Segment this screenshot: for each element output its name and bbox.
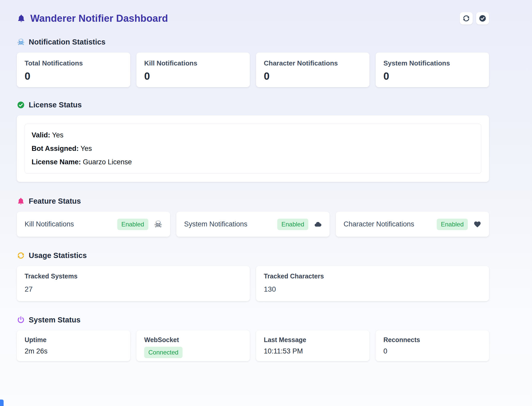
stat-card-total-notifications: Total Notifications 0 [17,53,130,87]
cloud-icon [314,220,322,228]
system-card-websocket: WebSocket Connected [136,330,250,361]
stat-label: System Notifications [383,59,481,67]
system-card-uptime: Uptime 2m 26s [17,330,130,361]
feature-status-cards: Kill Notifications Enabled ☠ System Noti… [17,212,489,237]
license-valid-row: Valid: Yes [32,131,474,139]
stat-label: Character Notifications [264,59,362,67]
system-card-last-message: Last Message 10:11:53 PM [256,330,369,361]
section-license-status-heading: License Status [17,101,489,109]
stat-value: 0 [25,70,122,82]
skull-crossbones-icon: ☠ [154,220,162,229]
feature-card-system-notifications: System Notifications Enabled [176,212,330,237]
status-badge: Enabled [117,219,148,230]
title-wrap: Wanderer Notifier Dashboard [17,13,168,24]
system-label: Last Message [264,336,362,344]
stat-value: 0 [383,70,481,82]
usage-statistics-cards: Tracked Systems 27 Tracked Characters 13… [17,266,489,301]
system-value: 2m 26s [25,347,122,355]
power-icon [17,316,25,324]
system-value: 10:11:53 PM [264,347,362,355]
system-label: Uptime [25,336,122,344]
stat-card-kill-notifications: Kill Notifications 0 [136,53,250,87]
section-title: Feature Status [29,197,81,205]
stat-card-system-notifications: System Notifications 0 [376,53,489,87]
usage-label: Tracked Systems [25,272,242,280]
usage-label: Tracked Characters [264,272,481,280]
system-value: 0 [383,347,481,355]
bottom-left-partial-button[interactable] [0,400,4,406]
usage-value: 27 [25,285,242,293]
feature-right: Enabled [437,219,481,230]
notification-statistics-cards: Total Notifications 0 Kill Notifications… [17,53,489,87]
status-check-button[interactable] [476,12,489,25]
license-field-value: Yes [81,145,92,152]
feature-label: Kill Notifications [25,220,74,228]
system-label: Reconnects [383,336,481,344]
feature-label: Character Notifications [344,220,414,228]
system-card-reconnects: Reconnects 0 [376,330,489,361]
system-status-cards: Uptime 2m 26s WebSocket Connected Last M… [17,330,489,361]
page-title: Wanderer Notifier Dashboard [30,13,168,24]
check-circle-icon [17,101,25,109]
refresh-icon [462,14,470,22]
section-notification-statistics-heading: ☠ Notification Statistics [17,38,489,46]
feature-right: Enabled [277,219,322,230]
usage-card-tracked-characters: Tracked Characters 130 [256,266,489,301]
license-field-value: Yes [52,131,63,139]
license-name-row: License Name: Guarzo License [32,158,474,166]
section-title: System Status [29,316,81,324]
license-details: Valid: Yes Bot Assigned: Yes License Nam… [25,124,481,174]
stat-card-character-notifications: Character Notifications 0 [256,53,369,87]
system-label: WebSocket [144,336,242,344]
license-field-value: Guarzo License [83,158,132,166]
header: Wanderer Notifier Dashboard [17,10,489,27]
usage-card-tracked-systems: Tracked Systems 27 [17,266,250,301]
section-feature-status-heading: Feature Status [17,197,489,205]
bell-icon [17,197,25,205]
feature-card-character-notifications: Character Notifications Enabled [336,212,489,237]
header-actions [460,12,489,25]
stat-value: 0 [264,70,362,82]
connection-status-badge: Connected [144,347,183,358]
license-card: Valid: Yes Bot Assigned: Yes License Nam… [17,115,489,182]
dashboard-page: Wanderer Notifier Dashboard [17,0,489,361]
feature-right: Enabled ☠ [117,219,162,230]
license-bot-assigned-row: Bot Assigned: Yes [32,145,474,153]
section-title: Usage Statistics [29,251,87,260]
heart-icon [473,220,481,228]
skull-crossbones-icon: ☠ [17,38,25,46]
stat-label: Total Notifications [25,59,122,67]
license-field-label: License Name: [32,158,81,166]
feature-label: System Notifications [184,220,247,228]
section-title: Notification Statistics [29,38,106,46]
section-usage-statistics-heading: Usage Statistics [17,251,489,260]
stat-value: 0 [144,70,242,82]
bell-icon [17,13,26,24]
section-system-status-heading: System Status [17,316,489,324]
status-badge: Enabled [277,219,308,230]
license-field-label: Valid: [32,131,50,139]
system-badge-row: Connected [144,347,242,358]
section-title: License Status [29,101,82,109]
stat-label: Kill Notifications [144,59,242,67]
usage-value: 130 [264,285,481,293]
refresh-icon [17,252,25,260]
license-field-label: Bot Assigned: [32,145,79,152]
check-circle-icon [479,14,486,22]
refresh-button[interactable] [460,12,473,25]
feature-card-kill-notifications: Kill Notifications Enabled ☠ [17,212,170,237]
status-badge: Enabled [437,219,468,230]
